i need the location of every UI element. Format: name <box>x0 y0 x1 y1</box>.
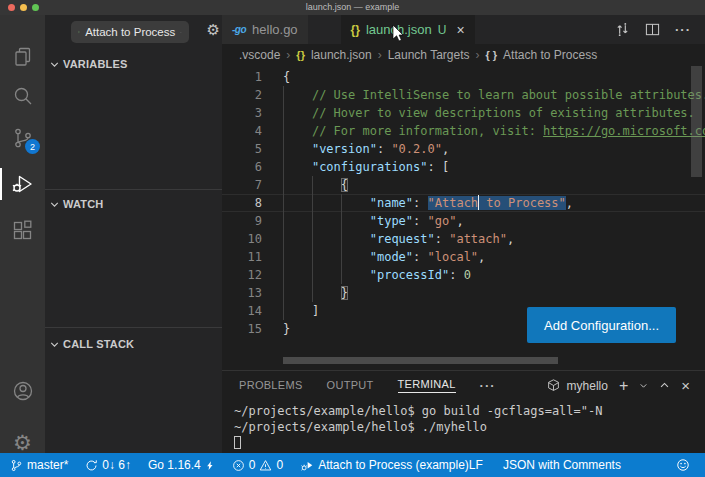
code-line[interactable]: 6 "configurations": [ <box>222 158 705 176</box>
line-number[interactable]: 7 <box>222 176 262 194</box>
code-line[interactable]: 8 "name": "Attach to Process", <box>222 194 705 212</box>
indent-guide <box>283 140 284 158</box>
line-number[interactable]: 3 <box>222 104 262 122</box>
line-number[interactable]: 5 <box>222 140 262 158</box>
code-line[interactable]: 12 "processId": 0 <box>222 266 705 284</box>
breadcrumb-folder[interactable]: .vscode <box>239 48 280 62</box>
line-number[interactable]: 12 <box>222 266 262 284</box>
terminal-output[interactable]: ~/projects/example/hello$ go build -gcfl… <box>222 400 705 449</box>
breadcrumb-item[interactable]: Attach to Process <box>503 48 597 62</box>
code-token: , <box>566 196 573 210</box>
new-terminal-icon[interactable]: + <box>619 378 628 394</box>
sync-changes-status[interactable]: 0↓ 6↑ <box>85 453 131 477</box>
line-number[interactable]: 1 <box>222 68 262 86</box>
minimize-window-button[interactable] <box>20 4 27 11</box>
line-number[interactable]: 2 <box>222 86 262 104</box>
object-symbol-icon: { } <box>485 49 497 61</box>
tab-launch-json[interactable]: {} launch.json U × <box>341 15 475 44</box>
vertical-scrollbar[interactable] <box>691 66 702 177</box>
watch-section-header[interactable]: WATCH <box>48 195 222 213</box>
settings-button[interactable]: ⚙ <box>0 423 45 463</box>
code-token: // Use IntelliSense to learn about possi… <box>312 88 705 102</box>
call-stack-section-header[interactable]: CALL STACK <box>48 335 222 353</box>
code-link[interactable]: https://go.microsoft.co <box>543 124 705 138</box>
close-panel-icon[interactable]: × <box>681 377 690 394</box>
variables-section-label: VARIABLES <box>63 58 128 70</box>
line-number[interactable]: 13 <box>222 284 262 302</box>
line-number[interactable]: 9 <box>222 212 262 230</box>
code-line[interactable]: 10 "request": "attach", <box>222 230 705 248</box>
breadcrumb-file[interactable]: launch.json <box>311 48 372 62</box>
indent-guide <box>283 230 284 248</box>
feedback-button[interactable] <box>676 453 690 477</box>
eol-indicator[interactable]: LF <box>469 453 483 477</box>
line-number[interactable]: 4 <box>222 122 262 140</box>
close-tab-icon[interactable]: × <box>456 22 464 38</box>
launch-configuration-dropdown[interactable]: Attach to Process <box>71 21 189 43</box>
line-number[interactable]: 10 <box>222 230 262 248</box>
sidebar-item-search[interactable] <box>0 77 45 117</box>
warning-count: 0 <box>276 458 283 472</box>
go-file-icon: -go <box>232 24 246 35</box>
code-token: "attach" <box>449 232 507 246</box>
gear-icon: ⚙ <box>13 433 32 454</box>
code-line[interactable]: 7 { <box>222 176 705 194</box>
breadcrumb-section[interactable]: Launch Targets <box>388 48 470 62</box>
indent-guide <box>341 230 342 248</box>
go-version-status[interactable]: Go 1.16.4 <box>148 453 215 477</box>
code-line[interactable]: 11 "mode": "local", <box>222 248 705 266</box>
line-number[interactable]: 15 <box>222 320 262 338</box>
tab-terminal[interactable]: TERMINAL <box>398 378 456 393</box>
code-token: "request" <box>370 232 435 246</box>
line-number[interactable]: 8 <box>222 194 262 212</box>
code-line[interactable]: 1{ <box>222 68 705 86</box>
panel-more-actions-icon[interactable]: ··· <box>480 378 496 393</box>
zoom-window-button[interactable] <box>32 4 39 11</box>
variables-section-header[interactable]: VARIABLES <box>48 55 222 73</box>
open-changes-icon[interactable] <box>615 22 630 37</box>
code-editor[interactable]: 1{2 // Use IntelliSense to learn about p… <box>222 66 705 370</box>
terminal-process-icon <box>547 379 560 392</box>
close-window-button[interactable] <box>8 4 15 11</box>
editor-actions: ··· <box>615 15 691 44</box>
sidebar-item-run-and-debug[interactable] <box>0 164 45 204</box>
debug-session-status[interactable]: Attach to Process (example) <box>300 453 469 477</box>
language-mode-indicator[interactable]: JSON with Comments <box>503 453 621 477</box>
sidebar-item-explorer[interactable] <box>0 37 45 77</box>
chevron-down-icon <box>48 198 61 211</box>
add-configuration-button[interactable]: Add Configuration... <box>527 307 676 343</box>
more-actions-icon[interactable]: ··· <box>675 22 691 37</box>
titlebar: launch.json — example <box>0 0 705 15</box>
open-launch-json-gear-icon[interactable]: ⚙ <box>207 23 220 38</box>
indent-guide <box>341 248 342 266</box>
files-icon <box>11 45 35 69</box>
line-number[interactable]: 6 <box>222 158 262 176</box>
problems-status[interactable]: 0 0 <box>232 453 283 477</box>
account-icon <box>11 379 35 403</box>
indent-guide <box>312 230 313 248</box>
split-editor-icon[interactable] <box>645 22 660 37</box>
tab-problems[interactable]: PROBLEMS <box>239 379 303 393</box>
sidebar-item-extensions[interactable] <box>0 211 45 251</box>
code-line[interactable]: 3 // Hover to view descriptions of exist… <box>222 104 705 122</box>
tab-output[interactable]: OUTPUT <box>327 379 374 393</box>
horizontal-scrollbar[interactable] <box>283 357 558 364</box>
tab-hello-go[interactable]: -go hello.go <box>222 15 308 44</box>
bottom-panel: PROBLEMS OUTPUT TERMINAL ··· myhello + × <box>222 370 705 453</box>
code-line[interactable]: 13 } <box>222 284 705 302</box>
sidebar-item-source-control[interactable]: 2 <box>0 118 45 158</box>
warning-icon <box>259 459 272 472</box>
line-number[interactable]: 14 <box>222 302 262 320</box>
line-number[interactable]: 11 <box>222 248 262 266</box>
code-line[interactable]: 2 // Use IntelliSense to learn about pos… <box>222 86 705 104</box>
code-line[interactable]: 5 "version": "0.2.0", <box>222 140 705 158</box>
code-line[interactable]: 4 // For more information, visit: https:… <box>222 122 705 140</box>
terminal-select[interactable]: myhello <box>567 379 608 393</box>
indent-guide <box>283 158 284 176</box>
maximize-panel-icon[interactable] <box>659 380 670 391</box>
code-line[interactable]: 9 "type": "go", <box>222 212 705 230</box>
terminal-dropdown-chevron-icon[interactable] <box>639 381 648 390</box>
error-count: 0 <box>249 458 256 472</box>
accounts-button[interactable] <box>0 371 45 411</box>
call-stack-section-label: CALL STACK <box>63 338 134 350</box>
